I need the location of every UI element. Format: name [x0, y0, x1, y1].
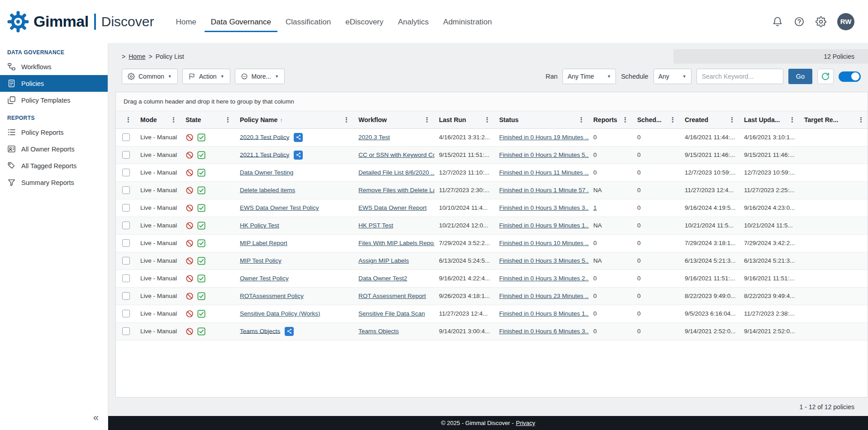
row-checkbox[interactable]	[122, 133, 130, 141]
nav-item-administration[interactable]: Administration	[437, 14, 498, 32]
workflow-link[interactable]: Files With MIP Labels Repo...	[358, 240, 434, 246]
brand[interactable]: Gimmal Discover	[7, 11, 154, 33]
policy-name-link[interactable]: Delete labeled items	[240, 187, 295, 194]
user-avatar[interactable]: RW	[837, 13, 854, 30]
column-menu-icon[interactable]: ⋮	[858, 116, 864, 124]
sidebar-collapse-button[interactable]: «	[0, 407, 108, 430]
column-menu-icon[interactable]: ⋮	[789, 116, 796, 124]
status-link[interactable]: Finished in 0 Hours 19 Minutes ...	[499, 134, 589, 141]
nav-item-ediscovery[interactable]: eDiscovery	[339, 14, 390, 32]
common-button[interactable]: Common▼	[122, 69, 178, 84]
column-header-status[interactable]: Status⋮	[495, 111, 589, 128]
sidebar-item-policy-reports[interactable]: Policy Reports	[0, 124, 108, 141]
column-header-workflow[interactable]: Workflow⋮	[354, 111, 434, 128]
share-icon[interactable]	[285, 327, 294, 336]
row-checkbox[interactable]	[122, 257, 130, 265]
status-link[interactable]: Finished in 0 Hours 9 Minutes 1...	[499, 222, 589, 229]
policy-name-link[interactable]: 2020.3 Test Policy	[240, 133, 289, 140]
status-link[interactable]: Finished in 0 Hours 23 Minutes ...	[499, 293, 589, 299]
workflow-link[interactable]: HK PST Test	[358, 222, 393, 229]
auto-refresh-toggle[interactable]	[839, 71, 861, 82]
column-menu-icon[interactable]: ⋮	[125, 116, 132, 124]
row-checkbox[interactable]	[122, 292, 130, 300]
workflow-link[interactable]: CC or SSN with Keyword Co...	[358, 151, 434, 158]
column-header-state[interactable]: State⋮	[181, 111, 235, 128]
select-column-header[interactable]: ⋮	[116, 111, 136, 128]
status-link[interactable]: Finished in 0 Hours 8 Minutes 1...	[499, 310, 589, 317]
policy-name-link[interactable]: 2021.1 Test Policy	[240, 151, 289, 158]
row-checkbox[interactable]	[122, 274, 130, 282]
policy-name-link[interactable]: Teams Objects	[240, 327, 280, 334]
policy-name-link[interactable]: ROTAssessment Policy	[240, 293, 304, 299]
notifications-bell-icon[interactable]	[772, 16, 783, 27]
column-header-sched[interactable]: Sched...⋮	[633, 111, 680, 128]
settings-gear-icon[interactable]	[816, 16, 826, 27]
row-checkbox[interactable]	[122, 239, 130, 247]
policy-name-link[interactable]: HK Policy Test	[240, 222, 279, 229]
refresh-button[interactable]	[817, 69, 834, 84]
column-menu-icon[interactable]: ⋮	[170, 116, 177, 124]
policy-name-link[interactable]: Owner Test Policy	[240, 275, 289, 282]
workflow-link[interactable]: Data Owner Test2	[358, 275, 407, 282]
nav-item-home[interactable]: Home	[169, 14, 202, 32]
sidebar-item-policy-templates[interactable]: Policy Templates	[0, 92, 108, 109]
workflow-link[interactable]: EWS Data Owner Report	[358, 204, 427, 211]
workflow-link[interactable]: 2020.3 Test	[358, 134, 390, 141]
column-header-last-upda[interactable]: Last Upda...⋮	[739, 111, 800, 128]
column-header-reports[interactable]: Reports⋮	[589, 111, 633, 128]
status-link[interactable]: Finished in 0 Hours 11 Minutes ...	[499, 169, 589, 176]
reports-link[interactable]: 1	[593, 204, 597, 211]
policy-name-link[interactable]: MIP Label Report	[240, 240, 287, 246]
column-header-target-re[interactable]: Target Re...⋮	[800, 111, 868, 128]
share-icon[interactable]	[294, 151, 303, 160]
more-button[interactable]: More...▼	[235, 69, 285, 84]
column-header-mode[interactable]: Mode⋮	[136, 111, 181, 128]
column-menu-icon[interactable]: ⋮	[729, 116, 735, 124]
action-button[interactable]: Action▼	[182, 69, 230, 84]
column-menu-icon[interactable]: ⋮	[224, 116, 231, 124]
nav-item-data-governance[interactable]: Data Governance	[205, 14, 277, 32]
workflow-link[interactable]: ROT Assessment Report	[358, 293, 426, 299]
sidebar-item-summary-reports[interactable]: Summary Reports	[0, 174, 108, 191]
column-menu-icon[interactable]: ⋮	[484, 116, 491, 124]
workflow-link[interactable]: Detailed File List 8/6/2020 ...	[358, 169, 434, 176]
policy-name-link[interactable]: MIP Test Policy	[240, 257, 281, 264]
search-input[interactable]	[696, 69, 783, 84]
status-link[interactable]: Finished in 0 Hours 10 Minutes ...	[499, 240, 589, 246]
column-menu-icon[interactable]: ⋮	[622, 116, 629, 124]
row-checkbox[interactable]	[122, 310, 130, 317]
share-icon[interactable]	[294, 133, 303, 142]
row-checkbox[interactable]	[122, 186, 130, 194]
schedule-filter-select[interactable]: Any ▼	[653, 69, 692, 84]
help-icon[interactable]	[794, 16, 805, 27]
column-header-policy-name[interactable]: Policy Name↑⋮	[235, 111, 354, 128]
workflow-link[interactable]: Assign MIP Labels	[358, 257, 409, 264]
column-header-created[interactable]: Created⋮	[680, 111, 739, 128]
policy-name-link[interactable]: Data Owner Testing	[240, 169, 293, 176]
sidebar-item-policies[interactable]: Policies	[0, 75, 108, 92]
sidebar-item-all-tagged-reports[interactable]: All Tagged Reports	[0, 157, 108, 174]
status-link[interactable]: Finished in 0 Hours 2 Minutes 5...	[499, 151, 589, 158]
column-header-last-run[interactable]: Last Run⋮	[434, 111, 495, 128]
row-checkbox[interactable]	[122, 204, 130, 212]
status-link[interactable]: Finished in 0 Hours 3 Minutes 3...	[499, 204, 589, 211]
column-menu-icon[interactable]: ⋮	[424, 116, 430, 124]
sidebar-item-workflows[interactable]: Workflows	[0, 58, 108, 75]
row-checkbox[interactable]	[122, 222, 130, 229]
status-link[interactable]: Finished in 0 Hours 3 Minutes 5...	[499, 257, 589, 264]
column-menu-icon[interactable]: ⋮	[343, 116, 350, 124]
status-link[interactable]: Finished in 0 Hours 3 Minutes 2...	[499, 275, 589, 282]
policy-name-link[interactable]: Sensitive Data Policy (Works)	[240, 310, 320, 317]
policy-name-link[interactable]: EWS Data Owner Test Policy	[240, 204, 319, 211]
workflow-link[interactable]: Remove Files with Delete La...	[358, 187, 434, 194]
ran-filter-select[interactable]: Any Time ▼	[563, 69, 616, 84]
workflow-link[interactable]: Sensitive File Data Scan	[358, 310, 425, 317]
row-checkbox[interactable]	[122, 151, 130, 159]
privacy-link[interactable]: Privacy	[516, 420, 535, 426]
row-checkbox[interactable]	[122, 169, 130, 176]
breadcrumb-home-link[interactable]: Home	[129, 53, 145, 60]
column-menu-icon[interactable]: ⋮	[669, 116, 676, 124]
sidebar-item-all-owner-reports[interactable]: All Owner Reports	[0, 141, 108, 157]
workflow-link[interactable]: Teams Objects	[358, 328, 399, 335]
status-link[interactable]: Finished in 0 Hours 6 Minutes 3...	[499, 328, 589, 335]
